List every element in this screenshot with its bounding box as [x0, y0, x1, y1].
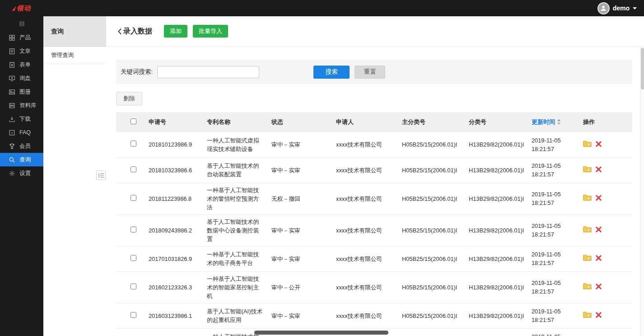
row-checkbox[interactable] [131, 227, 136, 232]
cell-actions [577, 303, 632, 328]
cell-checkbox [116, 157, 142, 183]
row-checkbox[interactable] [131, 255, 136, 261]
delete-icon[interactable] [596, 312, 602, 320]
logo[interactable]: 领动 [0, 0, 43, 16]
edit-icon[interactable] [583, 166, 592, 175]
cell-updated: 2019-11-05 18:21:57 [525, 303, 577, 328]
batch-import-button[interactable]: 批量导入 [193, 25, 228, 38]
cell-checkbox [116, 214, 142, 246]
sidebar-item-1[interactable]: 文章 [0, 44, 43, 58]
subsidebar-item-0[interactable]: 管理查询 [43, 47, 106, 64]
inquiries-icon [9, 75, 15, 82]
forms-icon [9, 62, 15, 68]
sidebar-item-4[interactable]: 图册 [0, 85, 43, 99]
sidebar-item-9[interactable]: 查询 [0, 153, 43, 166]
cell-app-no: 201809243986.2 [142, 214, 201, 246]
sidebar-item-2[interactable]: 表单 [0, 58, 43, 71]
cell-app-no: 201811223986.8 [142, 183, 201, 214]
select-all-checkbox[interactable] [131, 118, 136, 124]
sidebar-item-label: 产品 [19, 34, 31, 42]
cell-actions [577, 183, 632, 214]
reset-button[interactable]: 重置 [355, 66, 385, 79]
sidebar-item-10[interactable]: 设置 [0, 166, 43, 180]
cell-status: 审中－实审 [265, 214, 330, 246]
cell-checkbox [116, 246, 142, 271]
cell-checkbox [116, 183, 142, 214]
cell-status: 审中－公开 [265, 271, 330, 303]
cell-updated: 2019-11-05 18:21:57 [525, 328, 577, 336]
sidebar-handle-icon[interactable] [0, 16, 43, 31]
sidebar-item-5[interactable]: 资料库 [0, 99, 43, 112]
sidebar-item-3[interactable]: 询盘 [0, 71, 43, 85]
cell-app-no [142, 328, 201, 336]
subsidebar-title: 查询 [43, 16, 106, 47]
vertical-scrollbar-thumb[interactable] [641, 48, 644, 90]
delete-icon[interactable] [596, 141, 602, 149]
vertical-scrollbar[interactable] [640, 47, 644, 336]
cell-main-class: H05B25/15(2006.01)I [396, 246, 462, 271]
search-panel: 关键词搜索: 搜索 重置 [116, 60, 632, 84]
sidebar-item-label: 查询 [19, 156, 31, 164]
cell-actions [577, 132, 632, 157]
edit-icon[interactable] [583, 194, 592, 203]
cell-applicant: xxxx技术有限公司 [330, 303, 396, 328]
delete-icon[interactable] [596, 255, 602, 263]
col-header-7[interactable]: 更新时间 [525, 112, 577, 132]
table-row: 201701031826.9一种基于人工智能技术的电子商务平台审中－实审xxxx… [116, 246, 632, 271]
patents-table: 申请号专利名称状态申请人主分类号分类号更新时间操作 201810123986.9… [116, 112, 632, 336]
page-title: 录入数据 [123, 27, 152, 36]
keyword-input[interactable] [157, 66, 259, 78]
row-checkbox[interactable] [131, 312, 136, 318]
cell-main-class: H05B25/15(2006.01)I [396, 157, 462, 183]
row-checkbox[interactable] [131, 284, 136, 289]
cell-status: 审中－实审 [265, 132, 330, 157]
sidebar-item-7[interactable]: ?FAQ [0, 126, 43, 139]
library-icon [9, 102, 15, 109]
add-button[interactable]: 添加 [164, 25, 187, 38]
main-content: 录入数据 添加 批量导入 关键词搜索: 搜索 重置 删除 申请号专利名称状态申请… [106, 16, 644, 336]
cell-main-class: H05B25/15(2006.01)I [396, 303, 462, 328]
edit-icon[interactable] [583, 254, 592, 263]
cell-applicant: xxxx技术有限公司 [330, 214, 396, 246]
table-row: 201810323986.6基于人工智能技术的自动装配装置审中－实审xxxx技术… [116, 157, 632, 183]
sidebar-item-8[interactable]: 会员 [0, 139, 43, 153]
keyword-search-label: 关键词搜索: [121, 68, 153, 76]
chevron-left-icon[interactable] [117, 28, 122, 35]
cell-patent-name: 一种基于人工智能技术的智能家居控制主机 [201, 271, 265, 303]
edit-icon[interactable] [583, 283, 592, 292]
cell-main-class: H05B25/15(2006.01)I [396, 214, 462, 246]
cell-checkbox [116, 132, 142, 157]
delete-icon[interactable] [596, 166, 602, 175]
person-icon [600, 5, 607, 12]
delete-icon[interactable] [596, 283, 602, 292]
row-checkbox[interactable] [131, 166, 136, 172]
user-menu[interactable]: demo [597, 2, 644, 14]
cell-main-class: H05B25/15(2006.01)I [396, 132, 462, 157]
edit-icon[interactable] [583, 140, 592, 149]
cell-patent-name: 基于人工智能技术的数据中心设备测控装置 [201, 214, 265, 246]
products-grid-icon [9, 34, 15, 41]
cell-patent-name: 一种基于人工智能技术的警情时空预测方法 [201, 183, 265, 214]
username: demo [613, 5, 630, 12]
cell-applicant: xxxx技术有限公司 [330, 271, 396, 303]
collapse-sidebar-button[interactable] [96, 170, 106, 180]
sidebar-item-6[interactable]: 下载 [0, 112, 43, 126]
row-checkbox[interactable] [131, 195, 136, 201]
sidebar-item-0[interactable]: 产品 [0, 31, 43, 44]
sidebar-item-label: 询盘 [19, 75, 31, 82]
cell-updated: 2019-11-05 18:21:57 [525, 132, 577, 157]
cell-class-no: H13B29/82(2006.01)I [462, 132, 525, 157]
row-checkbox[interactable] [131, 141, 136, 147]
delete-icon[interactable] [596, 226, 602, 235]
horizontal-scrollbar-thumb[interactable] [254, 331, 388, 335]
edit-icon[interactable] [583, 226, 592, 235]
delete-button[interactable]: 删除 [116, 92, 142, 105]
cell-app-no: 201810323986.6 [142, 157, 201, 183]
cell-applicant: xxxx技术有限公司 [330, 246, 396, 271]
sidebar-item-label: 设置 [19, 170, 31, 177]
cell-updated: 2019-11-05 18:21:57 [525, 183, 577, 214]
search-button[interactable]: 搜索 [313, 66, 350, 79]
edit-icon[interactable] [583, 311, 592, 320]
delete-icon[interactable] [596, 194, 602, 203]
sidebar: 产品文章表单询盘图册资料库下载?FAQ会员查询设置 [0, 16, 43, 336]
